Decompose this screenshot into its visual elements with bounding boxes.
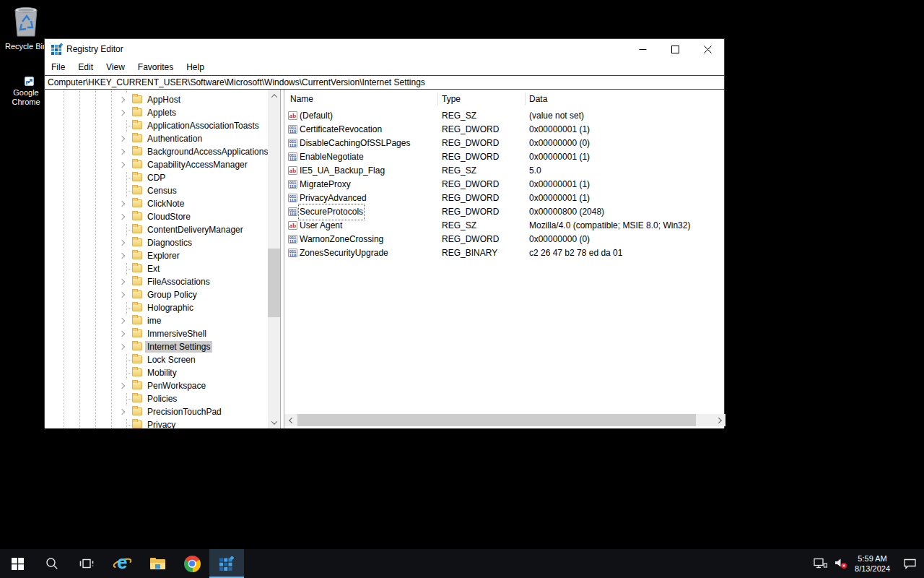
expand-chevron-icon[interactable] [117,197,129,210]
title-bar[interactable]: Registry Editor [45,39,724,59]
tree-item[interactable]: PenWorkspace [45,379,268,392]
registry-value-row[interactable]: ZonesSecurityUpgrade REG_BINARY c2 26 47… [284,246,725,260]
file-explorer-button[interactable] [140,549,175,578]
expand-chevron-icon[interactable] [117,418,129,428]
tree-item[interactable]: Privacy [45,418,268,428]
desktop-icon-google-chrome[interactable]: Google Chrome [3,78,49,107]
tree-item[interactable]: Internet Settings [45,340,268,353]
expand-chevron-icon[interactable] [117,223,129,236]
action-center-icon[interactable] [903,558,917,570]
registry-value-row[interactable]: SecureProtocols REG_DWORD 0x00000800 (20… [284,205,725,219]
expand-chevron-icon[interactable] [117,405,129,418]
tree-item[interactable]: ApplicationAssociationToasts [45,119,268,132]
expand-chevron-icon[interactable] [117,288,129,301]
tree-item[interactable]: Census [45,184,268,197]
tree-item[interactable]: Applets [45,106,268,119]
internet-explorer-button[interactable]: e [105,549,140,578]
registry-value-row[interactable]: MigrateProxy REG_DWORD 0x00000001 (1) [284,178,725,191]
expand-chevron-icon[interactable] [117,249,129,262]
address-bar[interactable]: Computer\HKEY_CURRENT_USER\Software\Micr… [45,75,724,90]
expand-chevron-icon[interactable] [117,392,129,405]
scroll-down-button[interactable] [268,416,280,428]
expand-chevron-icon[interactable] [117,262,129,275]
tree-item[interactable]: BackgroundAccessApplications [45,145,268,158]
tree-item[interactable]: Diagnostics [45,236,268,249]
tree-item[interactable]: ime [45,314,268,327]
registry-tree-pane[interactable]: AppHost Applets ApplicationAssociationTo… [45,90,281,428]
registry-editor-button[interactable] [209,549,244,578]
tree-item[interactable]: CDP [45,171,268,184]
tree-item[interactable]: Group Policy [45,288,268,301]
tree-item[interactable]: Ext [45,262,268,275]
scroll-up-button[interactable] [268,90,280,102]
expand-chevron-icon[interactable] [117,327,129,340]
scrollbar-thumb[interactable] [268,249,280,317]
menu-item[interactable]: File [45,60,71,74]
desktop-icon-recycle-bin[interactable]: Recycle Bin [3,4,49,51]
scrollbar-thumb[interactable] [297,414,696,426]
expand-chevron-icon[interactable] [117,236,129,249]
expand-chevron-icon[interactable] [117,171,129,184]
registry-value-row[interactable]: DisableCachingOfSSLPages REG_DWORD 0x000… [284,137,725,150]
tree-item[interactable]: FileAssociations [45,275,268,288]
expand-chevron-icon[interactable] [117,119,129,132]
expand-chevron-icon[interactable] [117,184,129,197]
taskbar-clock[interactable]: 5:59 AM 8/13/2024 [855,553,890,574]
minimize-button[interactable] [627,39,659,59]
column-header-name[interactable]: Name [290,94,313,104]
column-header-data[interactable]: Data [529,94,547,104]
tree-item[interactable]: ClickNote [45,197,268,210]
registry-value-row[interactable]: CertificateRevocation REG_DWORD 0x000000… [284,123,725,137]
tree-item[interactable]: PrecisionTouchPad [45,405,268,418]
expand-chevron-icon[interactable] [117,301,129,314]
registry-value-row[interactable]: User Agent REG_SZ Mozilla/4.0 (compatibl… [284,219,725,233]
registry-value-row[interactable]: EnableNegotiate REG_DWORD 0x00000001 (1) [284,150,725,164]
expand-chevron-icon[interactable] [117,379,129,392]
menu-item[interactable]: Edit [71,60,100,74]
tree-item[interactable]: ContentDeliveryManager [45,223,268,236]
expand-chevron-icon[interactable] [117,275,129,288]
menu-item[interactable]: Help [180,60,211,74]
expand-chevron-icon[interactable] [117,340,129,353]
expand-chevron-icon[interactable] [117,210,129,223]
scroll-right-button[interactable] [713,414,725,426]
expand-chevron-icon[interactable] [117,353,129,366]
tree-item[interactable]: Explorer [45,249,268,262]
maximize-button[interactable] [659,39,692,59]
expand-chevron-icon[interactable] [117,314,129,327]
menu-item[interactable]: View [100,60,131,74]
tree-item[interactable]: AppHost [45,93,268,106]
expand-chevron-icon[interactable] [117,106,129,119]
network-icon[interactable] [814,558,827,569]
registry-value-row[interactable]: WarnonZoneCrossing REG_DWORD 0x00000000 … [284,233,725,246]
chrome-button[interactable] [175,549,209,578]
column-header-type[interactable]: Type [442,94,461,104]
task-view-button[interactable] [69,549,104,578]
tree-item[interactable]: Mobility [45,366,268,379]
tree-item[interactable]: Authentication [45,132,268,145]
search-button[interactable] [35,549,69,578]
registry-value-row[interactable]: IE5_UA_Backup_Flag REG_SZ 5.0 [284,164,725,178]
expand-chevron-icon[interactable] [117,366,129,379]
scroll-left-button[interactable] [284,414,297,426]
close-button[interactable] [692,39,724,59]
tree-item[interactable]: CloudStore [45,210,268,223]
expand-chevron-icon[interactable] [117,145,129,158]
list-horizontal-scrollbar[interactable] [284,414,725,426]
column-divider[interactable] [525,92,526,105]
tree-item[interactable]: Holographic [45,301,268,314]
tree-item[interactable]: Policies [45,392,268,405]
column-divider[interactable] [437,92,438,105]
expand-chevron-icon[interactable] [117,132,129,145]
start-button[interactable] [0,549,35,578]
registry-value-row[interactable]: PrivacyAdvanced REG_DWORD 0x00000001 (1) [284,191,725,205]
registry-value-row[interactable]: (Default) REG_SZ (value not set) [284,109,725,123]
tree-vertical-scrollbar[interactable] [268,90,280,428]
tree-item[interactable]: Lock Screen [45,353,268,366]
menu-item[interactable]: Favorites [131,60,180,74]
expand-chevron-icon[interactable] [117,93,129,106]
registry-values-pane[interactable]: Name Type Data (Default) REG_SZ (value n… [284,90,725,428]
tree-item[interactable]: CapabilityAccessManager [45,158,268,171]
volume-muted-icon[interactable] [834,558,847,569]
expand-chevron-icon[interactable] [117,158,129,171]
